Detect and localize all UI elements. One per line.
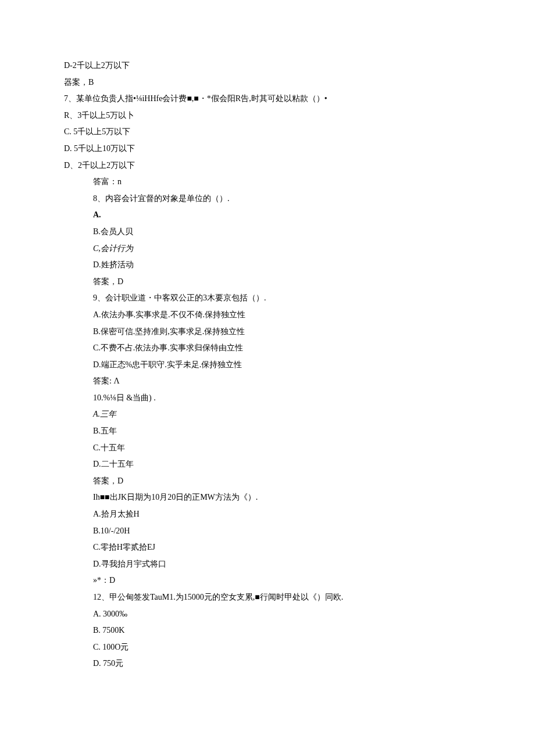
text-line: D. 750元 xyxy=(64,656,471,672)
text-line: A.拾月太捡H xyxy=(64,507,471,522)
text-line: 答富：n xyxy=(64,174,471,190)
text-line: Ih■■出JK日期为10月20日的正MW方法为《）. xyxy=(64,490,471,506)
text-line: 答案，D xyxy=(64,474,471,489)
document-content: D-2千以上2万以下器案，B7、某单位负贵人指•⅛iHHfe会计费■,■・*假会… xyxy=(64,58,471,672)
text-line: A.依法办事.实事求是.不仅不倚.保持独立性 xyxy=(64,307,471,323)
text-line: 答案，D xyxy=(64,274,471,290)
text-line: C. 5千以上5万以下 xyxy=(64,124,471,140)
text-line: D.寻我抬月宇式将口 xyxy=(64,557,471,572)
text-line: 10.%⅛日 &当曲) . xyxy=(64,390,471,406)
text-line: D.二十五年 xyxy=(64,457,471,472)
text-line: D、2千以上2万以下 xyxy=(64,158,471,174)
text-line: A. 3000‰ xyxy=(64,607,471,622)
text-line: »*：D xyxy=(64,573,471,589)
text-line: D.姓挤活动 xyxy=(64,257,471,273)
text-line: B.五年 xyxy=(64,424,471,439)
text-line: B.保密可信.坚持准则,实事求足.保持独立性 xyxy=(64,324,471,340)
text-line: B. 7500K xyxy=(64,623,471,639)
text-line: 器案，B xyxy=(64,75,471,91)
text-line: 9、会计职业道・中客双公正的3木要京包括（）. xyxy=(64,291,471,306)
text-line: A. xyxy=(64,207,471,223)
text-line: D-2千以上2万以下 xyxy=(64,58,471,74)
text-line: 8、内容会计宜督的对象是单位的（）. xyxy=(64,191,471,207)
text-line: D. 5千以上10万以下 xyxy=(64,141,471,157)
text-line: C,会计行为 xyxy=(64,241,471,257)
text-line: 7、某单位负贵人指•⅛iHHfe会计费■,■・*假会阳R告,时其可处以粘款（）• xyxy=(64,91,471,107)
text-line: C.十五年 xyxy=(64,440,471,456)
text-line: B.会员人贝 xyxy=(64,224,471,240)
text-line: 答案: Λ xyxy=(64,374,471,389)
text-line: C. 100O元 xyxy=(64,640,471,655)
text-line: C.零拾H零贰拾EJ xyxy=(64,540,471,556)
text-line: R、3千以上5万以卜 xyxy=(64,108,471,124)
text-line: A.三年 xyxy=(64,407,471,422)
text-line: 12、甲公甸签发TauM1.为15000元的空女支累,■行闻时甲处以《）同欧. xyxy=(64,590,471,605)
text-line: B.10/-/20H xyxy=(64,524,471,539)
text-line: C.不费不占.依法办事.实事求归保特由立性 xyxy=(64,341,471,356)
text-line: D.端正态%忠干职守.实乎未足.保持独立性 xyxy=(64,357,471,373)
